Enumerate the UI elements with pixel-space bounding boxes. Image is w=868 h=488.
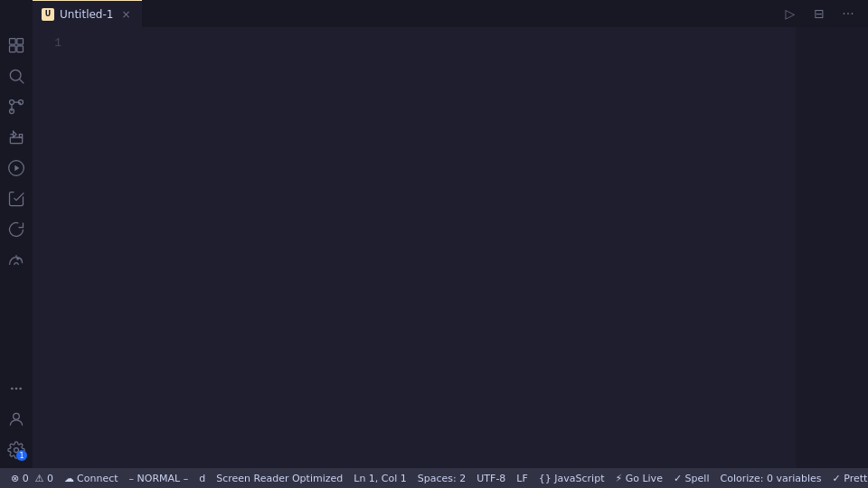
svg-point-4: [10, 70, 21, 80]
prettier[interactable]: ✓ Prettier: [827, 473, 868, 484]
search-icon[interactable]: [2, 61, 31, 90]
more-actions-button[interactable]: ···: [835, 4, 861, 23]
title-bar: U Untitled-1 × ▷ ⊟ ···: [0, 0, 868, 27]
tab-area: U Untitled-1 ×: [33, 0, 142, 27]
testing-icon[interactable]: [2, 184, 31, 213]
svg-rect-0: [10, 39, 16, 45]
svg-marker-10: [14, 165, 19, 172]
editor-content: 1: [33, 27, 868, 468]
screen-reader[interactable]: Screen Reader Optimized: [211, 473, 348, 484]
activity-bar: 1: [0, 27, 33, 468]
spaces[interactable]: Spaces: 2: [412, 473, 471, 484]
line-number: 1: [33, 34, 61, 52]
run-button[interactable]: ▷: [778, 4, 803, 23]
language-label: {} JavaScript: [539, 473, 605, 484]
status-right: d Screen Reader Optimized Ln 1, Col 1 Sp…: [193, 473, 868, 484]
tab-file-icon: U: [42, 8, 54, 21]
colorize[interactable]: Colorize: 0 variables: [714, 473, 826, 484]
status-bar: ⊗ 0 ⚠ 0 ☁ Connect – NORMAL – d Screen Re…: [0, 468, 868, 488]
editor-text[interactable]: [69, 27, 796, 468]
svg-point-11: [17, 258, 19, 260]
extensions-icon[interactable]: [2, 123, 31, 152]
run-debug-icon[interactable]: [2, 154, 31, 183]
spell-check[interactable]: ✓ Spell: [668, 473, 715, 484]
connect-label: Connect: [77, 473, 118, 484]
svg-point-13: [15, 388, 18, 390]
tab-untitled-1[interactable]: U Untitled-1 ×: [33, 0, 142, 27]
encoding[interactable]: UTF-8: [471, 473, 511, 484]
accounts-icon[interactable]: [2, 405, 31, 434]
remote-icon[interactable]: [2, 215, 31, 244]
settings-badge: 1: [16, 450, 27, 461]
encoding-label: UTF-8: [476, 473, 505, 484]
colorize-label: Colorize: 0 variables: [720, 473, 821, 484]
svg-rect-3: [17, 46, 24, 52]
language-mode[interactable]: {} JavaScript: [533, 473, 610, 484]
spell-label: ✓ Spell: [674, 473, 710, 484]
svg-point-14: [19, 388, 22, 390]
line-ending[interactable]: LF: [511, 473, 533, 484]
svg-point-6: [10, 100, 14, 105]
svg-point-12: [11, 388, 14, 390]
cursor-position-label: Ln 1, Col 1: [354, 473, 407, 484]
line-ending-label: LF: [516, 473, 527, 484]
status-left: ⊗ 0 ⚠ 0 ☁ Connect – NORMAL –: [5, 473, 193, 484]
file-type-label: d: [199, 473, 205, 484]
explorer-icon[interactable]: [2, 31, 31, 60]
prettier-label: ✓ Prettier: [833, 473, 868, 484]
tab-close-button[interactable]: ×: [118, 7, 133, 22]
main-area: 1 1: [0, 27, 868, 468]
screen-reader-label: Screen Reader Optimized: [216, 473, 343, 484]
svg-rect-2: [10, 46, 16, 52]
spaces-label: Spaces: 2: [418, 473, 466, 484]
title-bar-actions: ▷ ⊟ ···: [778, 4, 868, 23]
minimap: [796, 27, 868, 468]
source-control-icon[interactable]: [2, 92, 31, 121]
line-numbers: 1: [33, 27, 69, 468]
svg-point-15: [14, 413, 20, 419]
go-live[interactable]: ⚡ Go Live: [609, 473, 667, 484]
whale-icon[interactable]: [2, 246, 31, 275]
svg-line-5: [20, 80, 24, 84]
go-live-label: ⚡ Go Live: [615, 473, 662, 484]
vim-mode-label: – NORMAL –: [129, 473, 189, 484]
more-icon[interactable]: [2, 374, 31, 403]
svg-rect-1: [17, 39, 24, 45]
split-editor-button[interactable]: ⊟: [807, 4, 832, 23]
svg-rect-9: [10, 137, 22, 144]
tab-label: Untitled-1: [60, 8, 113, 21]
connect-button[interactable]: ☁ Connect: [59, 473, 123, 484]
cursor-position[interactable]: Ln 1, Col 1: [348, 473, 412, 484]
editor-area[interactable]: 1: [33, 27, 868, 468]
settings-icon[interactable]: 1: [2, 436, 31, 465]
errors-warnings[interactable]: ⊗ 0 ⚠ 0: [5, 473, 59, 484]
vim-mode[interactable]: – NORMAL –: [124, 473, 194, 484]
file-type[interactable]: d: [193, 473, 211, 484]
